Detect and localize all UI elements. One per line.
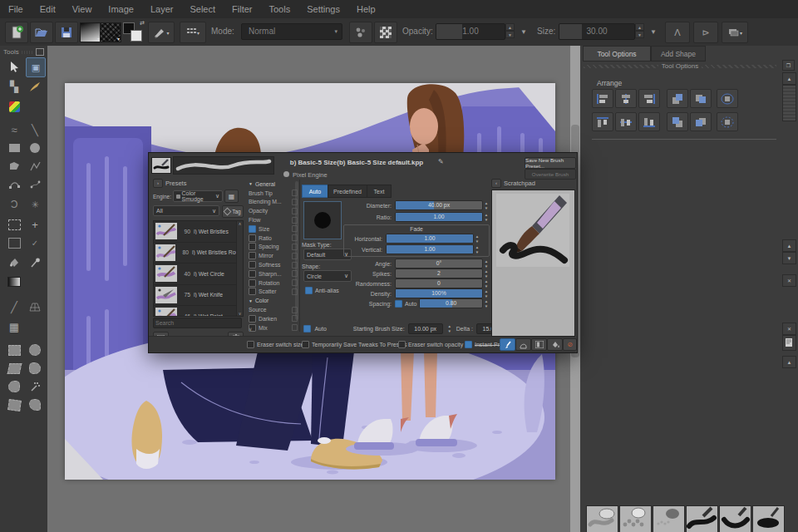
starting-brush-size-field[interactable]: 10.00 px [408,323,443,334]
preset-display-mode-button[interactable]: ▦ [224,190,239,203]
size-slider[interactable]: 30.00 [559,23,635,40]
option-sharpness[interactable]: Sharpn... [247,269,299,278]
gradient-chooser[interactable]: ▾ [80,22,101,42]
color-sampler-tool[interactable] [5,97,23,116]
option-softness[interactable]: Softness [247,260,299,269]
menu-filter[interactable]: Filter [224,4,260,14]
polygonal-selection-tool[interactable] [5,359,23,377]
scratchpad-paint-button[interactable] [500,338,515,351]
elliptical-selection-tool[interactable] [26,341,44,359]
checkbox[interactable] [305,287,313,294]
scroll-down-icon[interactable]: ∨ [249,326,252,332]
ungroup-shapes-button[interactable] [717,112,738,131]
collapse-presets-icon[interactable]: › [153,179,163,188]
opacity-slider[interactable]: 1.00 [436,23,505,40]
float-docker-icon[interactable] [36,48,44,56]
size-options-arrow[interactable]: ▼ [650,28,657,36]
tab-predefined[interactable]: Predefined [328,185,367,198]
scratchpad-show-preset-button[interactable] [515,338,531,351]
color-picker-tool[interactable] [26,254,44,272]
menu-image[interactable]: Image [100,4,142,14]
spacing-slider[interactable]: 0.80 [419,298,483,308]
menu-tools[interactable]: Tools [261,4,299,14]
brush-preset-thumbnail[interactable] [619,505,652,532]
lower-shape-button[interactable] [667,112,688,131]
tag-filter-dropdown[interactable]: All∨ [153,205,219,216]
checkbox[interactable] [398,341,406,348]
spinner[interactable]: ▲▼ [474,244,480,254]
dynamic-brush-tool[interactable]: Ɔ [5,195,23,214]
close-icon[interactable]: ✕ [782,274,796,287]
checkbox[interactable] [249,225,256,233]
freehand-brush-tool[interactable]: ≈ [5,121,23,139]
bring-to-front-button[interactable] [690,89,712,108]
spinner[interactable]: ▲▼ [483,298,490,308]
align-right-button[interactable] [638,89,660,108]
preset-item-wet-bristles-rough[interactable]: 80i) Wet Bristles Rough [154,243,243,264]
auto-precision-checkbox[interactable] [303,325,311,332]
freehand-selection-tool[interactable] [26,359,44,377]
menu-file[interactable]: File [0,4,32,14]
pattern-chooser[interactable]: ▾ [100,22,121,42]
magnetic-selection-tool[interactable] [26,396,44,414]
scroll-down-icon[interactable]: ▼ [782,252,796,264]
multibrush-tool[interactable]: ✳ [26,195,44,214]
checkbox[interactable] [249,261,256,268]
grid-tool[interactable]: ▦ [5,318,23,336]
preset-item-wet-bristles[interactable]: 90i) Wet Bristles [154,221,243,243]
scroll-up-icon[interactable]: ▲ [782,239,796,252]
option-mirror[interactable]: Mirror [247,251,299,260]
spinner[interactable]: ▲▼ [483,200,490,210]
option-size[interactable]: Size [247,224,299,234]
tab-auto[interactable]: Auto [302,185,328,198]
bezier-selection-tool[interactable] [5,396,23,414]
mirror-horizontal-button[interactable]: Λ [665,22,690,43]
workspace-chooser-button[interactable]: ▾ [180,22,206,43]
checkbox[interactable] [465,341,472,348]
spinner[interactable]: ▲▼ [483,259,490,268]
spinner[interactable]: ▲▼ [446,323,453,333]
send-to-back-button[interactable] [690,112,712,131]
align-left-button[interactable] [592,89,613,108]
measure-tool[interactable]: ╱ [5,298,23,316]
rename-brush-icon[interactable]: ✎ [438,158,444,165]
open-document-button[interactable] [30,22,53,43]
select-shapes-tool[interactable] [5,57,23,76]
notes-docker-icon[interactable] [782,335,796,351]
preset-item-wet-circle[interactable]: 40i) Wet Circle [154,264,243,285]
checkbox[interactable] [249,243,256,250]
checkbox[interactable] [249,315,256,323]
spinner[interactable]: ▲▼ [483,268,490,278]
checkbox[interactable] [247,341,254,348]
brush-preset-thumbnail[interactable] [719,505,751,532]
antialias-checkbox[interactable]: Anti-alias [305,287,339,294]
menu-view[interactable]: View [64,4,101,14]
spinner[interactable]: ▲▼ [474,234,480,244]
preserve-alpha-button[interactable] [374,22,397,43]
calligraphy-tool[interactable] [26,77,44,96]
preset-item-wet-knife[interactable]: 75i) Wet Knife [154,285,243,307]
crop-tool[interactable] [5,234,23,252]
option-brush-tip[interactable]: Brush Tip [247,189,299,198]
new-document-button[interactable] [5,22,28,43]
ratio-slider[interactable]: 1.00 [395,212,483,222]
align-vcenter-button[interactable] [615,112,637,131]
fade-horizontal-slider[interactable]: 1.00 [386,234,474,244]
align-bottom-button[interactable] [638,112,660,131]
preset-search-input[interactable] [153,318,242,328]
group-shapes-button[interactable] [717,89,738,108]
eraser-switch-opacity-checkbox[interactable]: Eraser switch opacity [398,341,463,348]
eraser-switch-size-checkbox[interactable]: Eraser switch size [247,341,303,348]
save-new-brush-preset-button[interactable]: Save New Brush Preset... [525,157,576,169]
polygon-tool[interactable] [5,157,23,175]
scratchpad-fill-gradient-button[interactable] [531,338,547,351]
spinner[interactable]: ▲▼ [483,288,490,298]
angle-slider[interactable]: 0° [395,259,483,268]
move-tool[interactable]: + [26,215,44,234]
similar-color-selection-tool[interactable] [5,377,23,396]
option-opacity[interactable]: Opacity [247,206,299,215]
smart-patch-tool[interactable]: ✓ [26,234,44,252]
collapse-scratchpad-icon[interactable]: ‹ [491,179,501,188]
blending-mode-dropdown[interactable]: Normal ▾ [241,23,342,40]
option-ratio[interactable]: Ratio [247,234,299,243]
